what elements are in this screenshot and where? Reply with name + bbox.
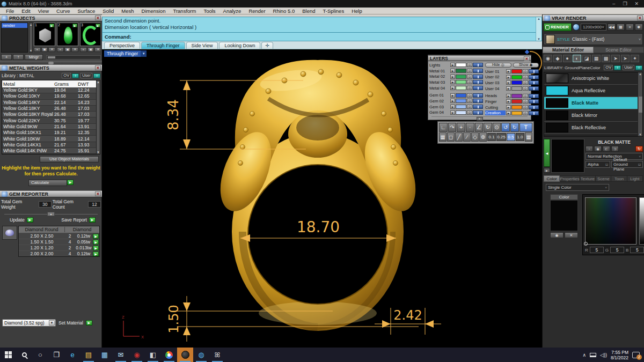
layer-color-swatch[interactable] <box>456 99 466 103</box>
tab-scene[interactable]: Scene <box>596 175 611 182</box>
layer-visibility-toggle[interactable] <box>473 99 483 103</box>
layer-visibility-toggle[interactable] <box>473 110 483 115</box>
project-thumbnail[interactable]: 1▶+▣✕ <box>34 23 55 53</box>
vray-orb-icon[interactable] <box>573 24 580 31</box>
layer-visibility-toggle[interactable] <box>529 75 539 79</box>
metal-table-row[interactable]: Yellow Gold:9KY19.0412.24 <box>2 87 96 93</box>
preview-option4-icon[interactable]: ⊐ <box>611 146 619 152</box>
layer-color-swatch[interactable] <box>456 63 466 67</box>
point-snap-icon[interactable]: · <box>466 123 474 132</box>
layer-lock-icon[interactable]: ⊡ <box>467 75 472 79</box>
calculate-button[interactable]: Calculate <box>28 180 67 186</box>
layer-visibility-toggle[interactable] <box>473 75 483 79</box>
app-gray-icon[interactable]: ◧ <box>145 348 161 362</box>
light-material-icon[interactable]: ✦ <box>631 55 639 62</box>
gem-table-row[interactable]: 1.20 X 1.2020.013tw▶ <box>19 245 99 250</box>
layer-expand-icon[interactable]: ▶ <box>450 93 455 98</box>
menu-rhino-5-0[interactable]: Rhino 5.0 <box>269 8 299 14</box>
ground-plane-dropdown[interactable]: Default Ground Plane⊡ <box>611 161 643 168</box>
layer-visibility-toggle[interactable] <box>529 86 539 91</box>
thumb-save-icon[interactable]: ▣ <box>41 47 48 52</box>
basic-material-icon[interactable]: ● <box>563 55 572 62</box>
command-input[interactable] <box>131 34 539 40</box>
gem-reporter-close-icon[interactable]: ✕ <box>95 191 101 196</box>
thumb-add-icon[interactable]: + <box>80 47 87 52</box>
file-explorer-icon[interactable]: ▤ <box>80 348 97 362</box>
tray-expand-icon[interactable]: ∧ <box>582 352 586 358</box>
layer-lock-icon[interactable]: ⊡ <box>523 94 528 98</box>
matrix-icon[interactable] <box>177 348 193 362</box>
preview-option3-icon[interactable]: ⊏ <box>603 146 610 152</box>
metal-table-row[interactable]: Yellow Gold:18KY26.4817.03 <box>2 106 96 112</box>
snap-value-0-1[interactable]: 0.1 <box>487 133 496 141</box>
layer-color-swatch[interactable] <box>511 75 522 79</box>
layer-visibility-toggle[interactable] <box>473 86 483 90</box>
metal-material-icon[interactable]: ◉ <box>544 55 552 62</box>
metal-weights-close-icon[interactable]: ✕ <box>95 65 101 70</box>
pattern-icon[interactable]: ▦ <box>592 55 601 62</box>
material-item-black-reflective[interactable]: Black Reflective <box>544 122 638 134</box>
material-item-aqua-reflective[interactable]: Aqua Reflective <box>544 85 638 97</box>
projects-close-icon[interactable]: ✕ <box>95 16 101 20</box>
metal-table-row[interactable]: Yellow Gold:14KY22.1414.23 <box>2 100 96 106</box>
material-item-anisotropic-white[interactable]: Anisotropic White <box>544 72 638 85</box>
layer-visibility-toggle[interactable] <box>529 99 539 104</box>
menu-view[interactable]: View <box>34 8 53 14</box>
gem-row-action-button[interactable]: ▶ <box>93 246 99 250</box>
material-user-toggle[interactable]: UserI <box>623 65 642 70</box>
thumb-delete-icon[interactable]: ✕ <box>94 47 100 52</box>
layer-color-swatch[interactable] <box>511 99 522 104</box>
rotate-snap-icon[interactable]: ↻ <box>484 123 492 132</box>
layer-lock-icon[interactable]: ⊡ <box>467 69 472 73</box>
redo-view-icon[interactable]: ↻ <box>510 123 519 132</box>
color-gradient-field[interactable] <box>585 197 636 245</box>
show-button[interactable]: Show◉ <box>513 63 539 68</box>
texture-icon[interactable]: ▩ <box>602 55 610 62</box>
preview-option2-icon[interactable]: ◉ <box>594 146 602 152</box>
calculate-arrow-icon[interactable]: ▶ <box>67 180 74 185</box>
layer-expand-icon[interactable]: ▶ <box>506 80 511 85</box>
snap-value-0-25[interactable]: 0.25 <box>496 133 506 141</box>
metal-table-row[interactable]: White Gold:14K PdW24.7515.91 <box>2 148 96 154</box>
layer-visibility-toggle[interactable] <box>473 63 483 67</box>
resolution-dropdown[interactable]: 1200x900˅ <box>581 24 606 31</box>
snap-value-0-5[interactable]: 0.5 <box>507 133 515 141</box>
material-ov-toggle[interactable]: OVI <box>604 65 621 70</box>
preview-option1-icon[interactable]: ▫ <box>586 146 593 152</box>
menu-analyze[interactable]: Analyze <box>219 8 245 14</box>
layer-name[interactable]: Metal 02 <box>429 74 450 79</box>
project-thumbnail[interactable]: 3▶+▣✕ <box>80 23 100 53</box>
layer-name[interactable]: Metal 04 <box>429 86 450 91</box>
layer-expand-icon[interactable]: ▶ <box>450 69 455 73</box>
layer-name[interactable]: User 03 <box>485 80 506 85</box>
thumbnail-render-icon[interactable]: ▶ <box>49 24 54 27</box>
line-tool-icon[interactable]: ╱ <box>455 132 463 142</box>
user-toggle[interactable]: UserI <box>80 73 100 78</box>
render-style-row[interactable]: STYLE Classic - (Fast) ˅ <box>544 33 643 45</box>
preview-play-button[interactable]: ▶ <box>544 168 550 173</box>
menu-render[interactable]: Render <box>245 8 269 14</box>
thumb-add-icon[interactable]: + <box>34 47 41 52</box>
layer-visibility-toggle[interactable] <box>529 69 539 73</box>
menu-edit[interactable]: Edit <box>18 8 34 14</box>
panel-splitter[interactable] <box>0 61 102 64</box>
metal-table-row[interactable]: White Gold:10KW18.8912.14 <box>2 136 96 142</box>
color-mode-dropdown[interactable]: Single Color˅ <box>546 184 609 191</box>
layer-color-swatch[interactable] <box>456 86 466 90</box>
menu-dimension[interactable]: Dimension <box>138 8 170 14</box>
tab-texture[interactable]: Texture <box>580 175 596 182</box>
project-manager-button[interactable]: Mngr <box>25 54 43 60</box>
center-snap-icon[interactable]: ⊙ <box>493 123 501 132</box>
text-tool-button[interactable]: T <box>519 123 532 132</box>
menu-blend[interactable]: Blend <box>298 8 319 14</box>
project-list-scrollbar[interactable]: ▲▼ <box>29 23 33 53</box>
material-item-black-mirror[interactable]: Black Mirror <box>544 109 638 122</box>
material-list-scrollbar[interactable]: ▲▼ <box>638 72 642 136</box>
render-queue-icon[interactable]: ≡ <box>626 24 634 31</box>
app-blue-icon[interactable]: ◍ <box>193 348 209 362</box>
metal-table-row[interactable]: White Gold:14KX121.6713.93 <box>2 142 96 148</box>
command-scrollbar[interactable]: ▲▼ <box>536 17 541 41</box>
layer-name[interactable]: User 02 <box>485 75 506 79</box>
box-mode-icon[interactable]: ◻ <box>447 132 455 142</box>
thumb-save-icon[interactable]: ▣ <box>64 47 71 52</box>
